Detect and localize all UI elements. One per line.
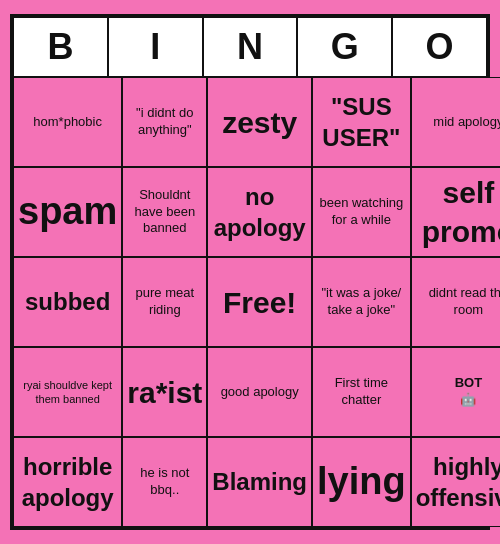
cell-text: zesty [222,103,297,142]
bingo-cell: he is not bbq.. [122,437,207,527]
bingo-cell: been watching for a while [312,167,411,257]
cell-text: First time chatter [317,375,406,409]
robot-icon: 🤖 [455,392,482,409]
bingo-cell: lying [312,437,411,527]
cell-text: mid apology [433,114,500,131]
cell-text: spam [18,187,117,236]
bingo-cell: BOT 🤖 [411,347,500,437]
bingo-cell: subbed [13,257,122,347]
header-letter: N [203,17,298,77]
bingo-cell: horrible apology [13,437,122,527]
bingo-cell: ra*ist [122,347,207,437]
cell-text: "it was a joke/ take a joke" [317,285,406,319]
cell-text: Blaming [212,466,307,497]
cell-text: didnt read the room [416,285,500,319]
cell-text: no apology [212,181,307,243]
bingo-cell: good apology [207,347,312,437]
bingo-cell: "i didnt do anything" [122,77,207,167]
bingo-cell: mid apology [411,77,500,167]
cell-text: highly offensive [416,451,500,513]
bingo-cell: zesty [207,77,312,167]
cell-text: hom*phobic [33,114,102,131]
bingo-cell: hom*phobic [13,77,122,167]
cell-text: good apology [221,384,299,401]
cell-text: ra*ist [127,373,202,412]
bingo-cell: didnt read the room [411,257,500,347]
bingo-cell: self promo [411,167,500,257]
bingo-header: BINGO [13,17,487,77]
bingo-cell: highly offensive [411,437,500,527]
cell-text: subbed [25,286,110,317]
bot-label: BOT [455,375,482,392]
cell-text: Shouldnt have been banned [127,187,202,238]
bingo-card: BINGO hom*phobic"i didnt do anything"zes… [10,14,490,530]
bingo-cell: Free! [207,257,312,347]
cell-text: "i didnt do anything" [127,105,202,139]
cell-text: self promo [416,173,500,251]
bingo-cell: Blaming [207,437,312,527]
cell-text: pure meat riding [127,285,202,319]
header-letter: O [392,17,487,77]
cell-text: ryai shouldve kept them banned [18,378,117,407]
cell-text: he is not bbq.. [127,465,202,499]
header-letter: I [108,17,203,77]
cell-text: horrible apology [18,451,117,513]
bingo-grid: hom*phobic"i didnt do anything"zesty"SUS… [13,77,487,527]
cell-text: Free! [223,283,296,322]
bingo-cell: no apology [207,167,312,257]
bingo-cell: Shouldnt have been banned [122,167,207,257]
cell-text: lying [317,457,406,506]
cell-text: been watching for a while [317,195,406,229]
cell-text: "SUS USER" [317,91,406,153]
bingo-cell: "SUS USER" [312,77,411,167]
header-letter: B [13,17,108,77]
bingo-cell: First time chatter [312,347,411,437]
header-letter: G [297,17,392,77]
bingo-cell: ryai shouldve kept them banned [13,347,122,437]
bingo-cell: pure meat riding [122,257,207,347]
bingo-cell: spam [13,167,122,257]
bingo-cell: "it was a joke/ take a joke" [312,257,411,347]
